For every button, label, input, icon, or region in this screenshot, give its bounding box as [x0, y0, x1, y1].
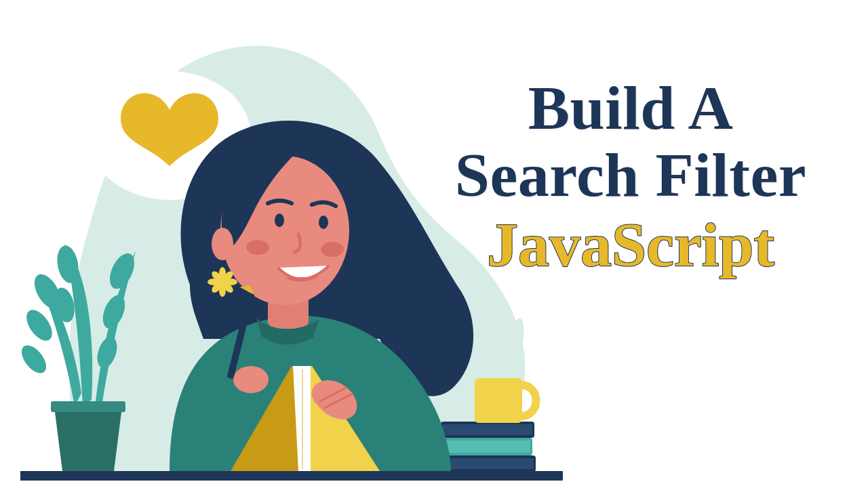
- svg-rect-15: [446, 441, 530, 453]
- svg-rect-18: [475, 378, 522, 423]
- svg-point-27: [233, 366, 269, 393]
- svg-point-21: [212, 228, 233, 260]
- svg-point-24: [246, 240, 269, 255]
- svg-point-25: [321, 242, 344, 257]
- title-line-2: Search Filter: [420, 142, 841, 209]
- svg-point-5: [17, 341, 51, 378]
- title-accent: JavaScript: [420, 209, 841, 281]
- books-stack: [437, 422, 536, 472]
- title-block: Build A Search Filter JavaScript: [420, 75, 841, 281]
- title-line-1: Build A: [420, 75, 841, 142]
- svg-rect-17: [443, 424, 532, 435]
- svg-rect-11: [51, 401, 125, 412]
- svg-point-23: [319, 216, 328, 229]
- svg-rect-13: [439, 458, 534, 469]
- svg-point-22: [275, 214, 284, 227]
- desk: [20, 471, 563, 481]
